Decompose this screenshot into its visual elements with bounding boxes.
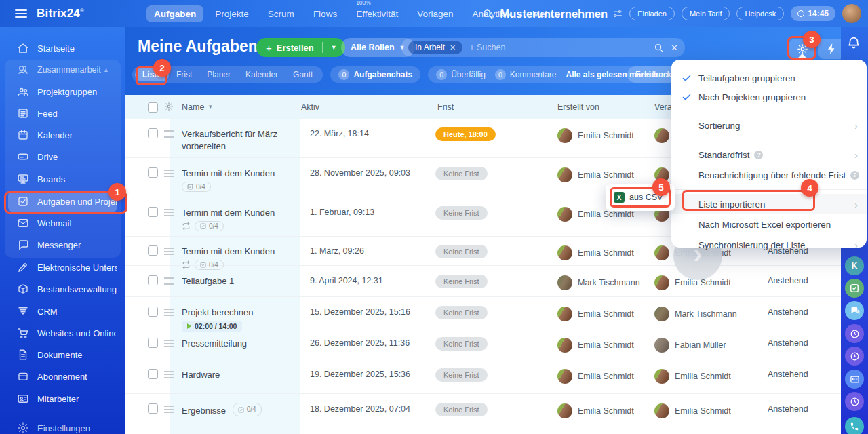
hamburger-menu-icon[interactable]: [15, 9, 27, 18]
sidebar-item-webmail[interactable]: Webmail: [8, 212, 117, 234]
row-checkbox[interactable]: [148, 207, 158, 217]
tab-aufgaben[interactable]: Aufgaben: [146, 5, 203, 22]
created-by-cell[interactable]: Mark Tischmann: [557, 275, 654, 290]
column-header-aktiv[interactable]: Aktiv: [301, 102, 432, 112]
row-checkbox[interactable]: [148, 128, 158, 138]
deadline-pill[interactable]: Keine Frist: [435, 245, 488, 258]
sidebar-item-bestandsverwaltung[interactable]: Bestandsverwaltung: [8, 278, 117, 300]
sidebar-item-dokumente[interactable]: Dokumente: [8, 344, 117, 366]
notifications-bell-icon[interactable]: [846, 35, 861, 50]
row-checkbox[interactable]: [148, 307, 158, 317]
view-tab-planer[interactable]: Planer: [199, 68, 238, 81]
sidebar-item-mitarbeiter[interactable]: Mitarbeiter: [8, 388, 117, 410]
row-checkbox[interactable]: [148, 403, 158, 414]
submenu-aus-csv[interactable]: X aus CSV: [606, 184, 675, 211]
column-settings-gear-icon[interactable]: [164, 102, 182, 113]
deadline-pill[interactable]: Keine Frist: [435, 368, 488, 382]
sidebar-item-crm[interactable]: CRM: [8, 300, 117, 322]
comments-counter[interactable]: 0Kommentare: [495, 69, 557, 80]
deadline-pill[interactable]: Keine Frist: [435, 167, 488, 180]
menu-item-standardfrist[interactable]: Standardfrist?›: [671, 144, 867, 165]
task-name[interactable]: Termin mit dem Kunden: [182, 168, 284, 178]
deadline-pill[interactable]: Keine Frist: [435, 206, 488, 220]
drag-handle-icon[interactable]: [164, 406, 182, 413]
tab-scrum[interactable]: Scrum: [260, 5, 302, 22]
my-tariff-button[interactable]: Mein Tarif: [682, 7, 730, 20]
menu-item-excel-exportieren[interactable]: Nach Microsoft Excel exportieren: [671, 214, 867, 235]
drag-handle-icon[interactable]: [164, 309, 182, 316]
deadline-pill[interactable]: Heute, 18:00: [435, 127, 496, 141]
responsible-cell[interactable]: Emilia Schmidt: [654, 368, 768, 384]
created-by-cell[interactable]: Emilia Schmidt: [557, 403, 654, 418]
tab-flows[interactable]: Flows: [306, 5, 344, 22]
menu-item-sortierung[interactable]: Sortierung›: [671, 115, 867, 136]
sidebar-item-abonnement[interactable]: Abonnement: [8, 366, 117, 387]
drag-handle-icon[interactable]: [164, 170, 182, 177]
row-checkbox[interactable]: [148, 275, 158, 285]
task-name[interactable]: Verkaufsbericht für März vorbereiten: [182, 129, 277, 151]
work-timer[interactable]: 14:45: [791, 6, 835, 21]
responsible-cell[interactable]: Mark Tischmann: [654, 306, 768, 321]
created-by-cell[interactable]: Emilia Schmidt: [557, 368, 654, 384]
filter-chip-in-arbeit[interactable]: In Arbeit✕: [408, 41, 462, 54]
task-name[interactable]: Ergebnisse 0/4: [182, 406, 271, 416]
messenger-rail-icon[interactable]: [845, 301, 864, 320]
created-by-cell[interactable]: Emilia Schmidt: [557, 245, 654, 260]
task-name[interactable]: Termin mit dem Kunden: [182, 208, 284, 218]
responsible-cell[interactable]: Fabian Müller: [654, 337, 768, 353]
created-by-cell[interactable]: Emilia Schmidt: [557, 167, 654, 182]
select-all-checkbox[interactable]: [148, 102, 158, 113]
menu-item-liste-importieren[interactable]: Liste importieren›: [671, 194, 867, 214]
drag-handle-icon[interactable]: [164, 371, 182, 378]
overdue-counter[interactable]: 0Überfällig: [436, 69, 486, 80]
sidebar-item-drive[interactable]: Drive: [8, 146, 117, 167]
table-row[interactable]: Hardware 19.: [125, 359, 841, 394]
view-tab-frist[interactable]: Frist: [169, 68, 199, 81]
clock-rail-icon[interactable]: [845, 392, 864, 411]
clock-rail-icon[interactable]: [845, 324, 864, 343]
row-checkbox[interactable]: [148, 167, 158, 178]
tab-projekte[interactable]: Projekte: [208, 5, 256, 22]
sidebar-item-feed[interactable]: Feed: [8, 102, 117, 124]
task-name[interactable]: Termin mit dem Kunden: [182, 246, 284, 256]
responsible-cell[interactable]: Emilia Schmidt: [654, 403, 768, 418]
responsible-cell[interactable]: Emilia Schmidt: [654, 275, 768, 290]
menu-item-nach-projekten-gruppieren[interactable]: Nach Projekten gruppieren: [671, 87, 867, 106]
sidebar-item-aufgaben-und-projekte[interactable]: Aufgaben und Projek...: [8, 191, 117, 212]
deadline-pill[interactable]: Keine Frist: [435, 337, 488, 351]
sidebar-item-startseite[interactable]: Startseite: [8, 37, 117, 59]
created-by-cell[interactable]: Emilia Schmidt: [557, 127, 654, 143]
sidebar-item-einstellungen[interactable]: Einstellungen: [8, 417, 117, 434]
row-checkbox[interactable]: [148, 245, 158, 256]
sidebar-item-messenger[interactable]: Messenger: [8, 234, 117, 256]
tasks-rail-icon[interactable]: [845, 279, 864, 298]
task-name[interactable]: Teilaufgabe 1: [182, 276, 243, 286]
sidebar-item-boards[interactable]: Boards: [8, 168, 117, 190]
table-row[interactable]: Pressemitteilung: [125, 328, 841, 359]
sidebar-section-zusammenarbeit[interactable]: Zusammenarbeit▲: [8, 59, 117, 81]
drag-handle-icon[interactable]: [164, 130, 182, 138]
contact-card-rail-icon[interactable]: [845, 370, 864, 389]
deadline-pill[interactable]: Keine Frist: [435, 403, 488, 416]
drag-handle-icon[interactable]: [164, 277, 182, 285]
drag-handle-icon[interactable]: [164, 248, 182, 255]
company-name[interactable]: Musterunternehmen: [500, 7, 623, 20]
phone-rail-icon[interactable]: [845, 417, 864, 434]
drag-handle-icon[interactable]: [164, 340, 182, 347]
drag-handle-icon[interactable]: [164, 209, 182, 216]
menu-item-synchronisierung[interactable]: Synchronisierung der Liste›: [671, 235, 867, 255]
search-icon[interactable]: [654, 43, 664, 53]
task-name[interactable]: Pressemitteilung: [182, 338, 256, 349]
bitrix-logo[interactable]: Bitrix24®: [37, 7, 84, 20]
view-tab-kalender[interactable]: Kalender: [238, 68, 285, 81]
task-chats-button[interactable]: 0Aufgabenchats: [330, 66, 420, 83]
sidebar-item-kalender[interactable]: Kalender: [8, 124, 117, 146]
invite-button[interactable]: Einladen: [629, 7, 675, 20]
row-checkbox[interactable]: [148, 369, 158, 379]
task-name[interactable]: Projekt berechnen: [182, 307, 263, 317]
deadline-pill[interactable]: Keine Frist: [435, 306, 488, 319]
menu-item-teilaufgaben-gruppieren[interactable]: Teilaufgaben gruppieren: [671, 68, 867, 87]
table-row[interactable]: Projekt berechnen 02:00 / 14:00: [125, 297, 841, 328]
helpdesk-button[interactable]: Helpdesk: [736, 7, 784, 20]
sidebar-item-projektgruppen[interactable]: Projektgruppen: [8, 81, 117, 102]
